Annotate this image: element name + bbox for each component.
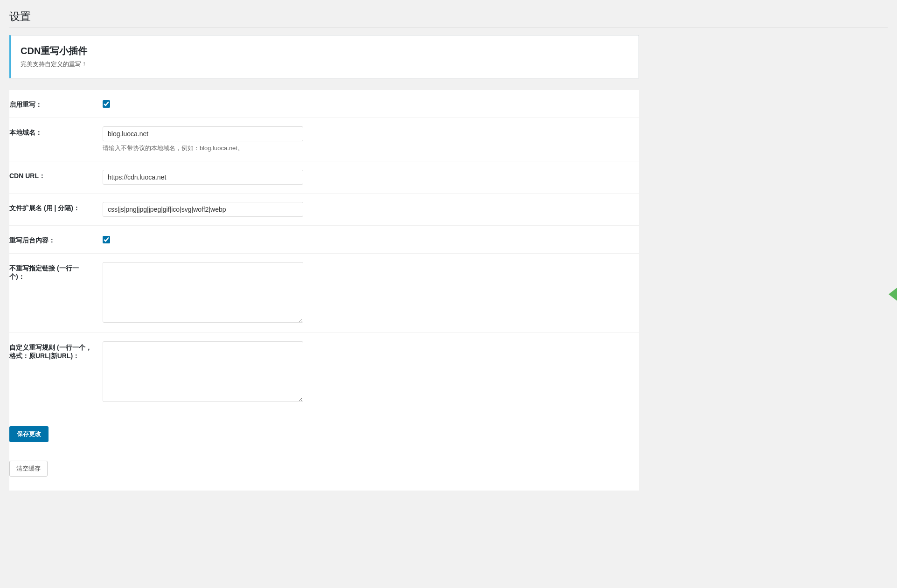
plugin-card: CDN重写小插件 完美支持自定义的重写！	[9, 35, 639, 78]
exclude-links-row: 不重写指定链接 (一行一个)：	[9, 254, 639, 333]
plugin-card-subtitle: 完美支持自定义的重写！	[21, 60, 629, 69]
enable-rewrite-checkbox-wrapper	[103, 98, 336, 108]
custom-rules-textarea[interactable]	[103, 341, 303, 402]
local-domain-field: 请输入不带协议的本地域名，例如：blog.luoca.net。	[103, 126, 336, 152]
file-extensions-input[interactable]	[103, 202, 303, 217]
custom-rules-field	[103, 341, 336, 403]
enable-rewrite-label: 启用重写：	[9, 98, 103, 109]
cdn-url-field	[103, 170, 336, 185]
cdn-url-input[interactable]	[103, 170, 303, 185]
file-extensions-field	[103, 202, 336, 217]
floating-arrow-icon	[889, 288, 897, 301]
rewrite-backend-checkbox[interactable]	[103, 236, 110, 243]
plugin-card-title: CDN重写小插件	[21, 45, 629, 57]
clear-cache-button[interactable]: 清空缓存	[9, 461, 48, 477]
cdn-url-row: CDN URL：	[9, 161, 639, 194]
local-domain-input[interactable]	[103, 126, 303, 141]
local-domain-label: 本地域名：	[9, 126, 103, 137]
rewrite-backend-checkbox-wrapper	[103, 234, 336, 243]
rewrite-backend-field	[103, 234, 336, 243]
local-domain-row: 本地域名： 请输入不带协议的本地域名，例如：blog.luoca.net。	[9, 118, 639, 161]
enable-rewrite-checkbox[interactable]	[103, 100, 110, 108]
enable-rewrite-field	[103, 98, 336, 108]
rewrite-backend-row: 重写后台内容：	[9, 226, 639, 254]
exclude-links-textarea[interactable]	[103, 262, 303, 323]
page-title: 设置	[9, 9, 888, 28]
cdn-url-label: CDN URL：	[9, 170, 103, 180]
file-extensions-row: 文件扩展名 (用 | 分隔)：	[9, 194, 639, 226]
rewrite-backend-label: 重写后台内容：	[9, 234, 103, 245]
custom-rules-row: 自定义重写规则 (一行一个，格式：原URL|新URL)：	[9, 333, 639, 412]
exclude-links-label: 不重写指定链接 (一行一个)：	[9, 262, 103, 281]
file-extensions-label: 文件扩展名 (用 | 分隔)：	[9, 202, 103, 213]
button-row: 保存更改 清空缓存	[9, 412, 639, 491]
local-domain-hint: 请输入不带协议的本地域名，例如：blog.luoca.net。	[103, 144, 336, 152]
save-button[interactable]: 保存更改	[9, 426, 49, 442]
custom-rules-label: 自定义重写规则 (一行一个，格式：原URL|新URL)：	[9, 341, 103, 360]
settings-form: 启用重写： 本地域名： 请输入不带协议的本地域名，例如：blog.luoca.n…	[9, 90, 639, 491]
enable-rewrite-row: 启用重写：	[9, 90, 639, 118]
exclude-links-field	[103, 262, 336, 324]
